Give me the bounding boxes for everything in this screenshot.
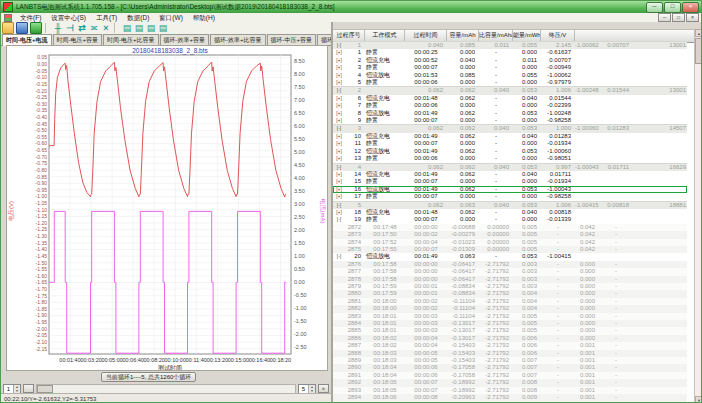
record-row[interactable]: 289400:18:0600:00:08-0.20963-2.717920.00… [333, 394, 687, 401]
mdi-close-icon[interactable]: × [686, 13, 699, 22]
record-row[interactable]: 287400:17:5200:00:04-0.010230.000000.005… [333, 239, 687, 246]
curve-switch-icon[interactable]: ⇄ [77, 23, 87, 33]
process-row[interactable]: [+]16恒流放电00:01:490.062-0.053-1.00043 [333, 186, 687, 193]
record-row[interactable]: 288900:18:0300:00:05-0.15403-2.717920.00… [333, 357, 687, 364]
list-view-icon-1[interactable]: ▤ [122, 23, 132, 33]
process-row[interactable]: [+]17静置00:00:070.000-0.000-0.98258 [333, 193, 687, 200]
process-row[interactable]: [+]7静置00:00:060.000-0.000-0.02399 [333, 102, 687, 109]
curve-marker-icon[interactable]: ⊣ [65, 23, 75, 33]
cycle-summary-row[interactable]: [-]20.0620.0620.0400.0531.006-1.002480.0… [333, 86, 687, 94]
more-cycles-button[interactable]: » [318, 384, 329, 393]
maximize-icon[interactable]: □ [664, 2, 681, 13]
h-scrollbar-thumb[interactable] [37, 385, 53, 393]
process-row[interactable]: [+]18恒流充电00:01:480.062-0.0400.00818 [333, 209, 687, 216]
process-row[interactable]: [+]14恒流充电00:01:490.062-0.0400.01711 [333, 171, 687, 178]
record-row[interactable]: 288200:18:0000:00:02-0.11104-2.717920.00… [333, 305, 687, 312]
record-row[interactable]: 289100:18:0400:00:06-0.17058-2.717920.00… [333, 372, 687, 379]
x-tick-label: 00:16:40 [249, 357, 270, 363]
cycles-spinner[interactable]: ▲▼ [308, 385, 315, 393]
record-row[interactable]: 288000:17:5900:00:01-0.08834-2.717920.00… [333, 290, 687, 297]
process-row[interactable]: [-]19静置00:00:070.000-0.000-0.01339 [333, 216, 687, 223]
process-row[interactable]: [+]5静置00:00:060.000-0.000-0.97979 [333, 79, 687, 86]
document-icon[interactable] [4, 14, 12, 22]
cycle-summary-row[interactable]: [-]50.0620.0630.0400.0531.006-1.004150.0… [333, 201, 687, 209]
left-tick-label: -0.85 [36, 174, 48, 180]
table-cell: [-] [333, 164, 345, 171]
menu-settings-center[interactable]: 设置中心(S) [46, 13, 91, 22]
process-row[interactable]: [+]2恒流充电00:00:520.040-0.0110.00707 [333, 57, 687, 64]
cycle-summary-row[interactable]: [-]10.0400.0850.0110.0552.145-1.000620.0… [333, 41, 687, 49]
tab-time-voltage-specific-capacity[interactable]: 时间-电压+比容量 [103, 34, 159, 45]
cycle-summary-row[interactable]: [-]30.0620.0620.0400.0531.000-1.000600.0… [333, 124, 687, 132]
record-row[interactable]: 287800:17:5800:00:00-0.06417-2.717920.00… [333, 276, 687, 283]
scroll-down-icon[interactable]: ▼ [695, 396, 702, 403]
chart-h-scrollbar[interactable] [36, 384, 296, 394]
list-view-icon-4[interactable]: ▤ [158, 23, 168, 33]
list-view-icon-3[interactable]: ▤ [146, 23, 156, 33]
tab-cycle-efficiency-specific-capacity[interactable]: 循环-效率+比容量 [210, 34, 266, 45]
record-row[interactable]: 289200:18:0500:00:07-0.18992-2.717920.00… [333, 379, 687, 386]
mdi-restore-icon[interactable]: □ [672, 13, 685, 22]
process-row[interactable]: [+]15静置00:00:070.000-0.000-0.01934 [333, 178, 687, 185]
process-row[interactable]: [+]8恒流放电00:01:490.062-0.053-1.00248 [333, 110, 687, 117]
record-row[interactable]: 287200:17:4800:00:00-0.006880.000000.005… [333, 224, 687, 231]
save-file-icon[interactable] [16, 22, 28, 34]
record-row[interactable]: 287900:17:5900:00:01-0.08834-2.717920.00… [333, 283, 687, 290]
process-row[interactable]: [+]12恒流放电00:01:490.062-0.053-1.00060 [333, 148, 687, 155]
record-row[interactable]: 288600:18:0200:00:04-0.13017-2.717920.00… [333, 335, 687, 342]
tab-cycle-efficiency-capacity[interactable]: 循环-效率+容量 [160, 34, 210, 45]
menu-file[interactable]: 文件(F) [15, 13, 46, 22]
table-cell: - [479, 155, 513, 162]
menu-help[interactable]: 帮助(H) [188, 13, 220, 22]
page-number-input[interactable]: 1 ▲▼ [3, 384, 21, 394]
tab-cycle-midvoltage-capacity[interactable]: 循环-中压+容量 [267, 34, 317, 45]
close-icon[interactable]: × [682, 2, 699, 13]
record-row[interactable]: 288700:18:0200:00:04-0.15403-2.717920.00… [333, 342, 687, 349]
process-row[interactable]: [+]9静置00:00:070.000-0.000-0.98258 [333, 117, 687, 124]
record-row[interactable]: 287600:17:5800:00:00-0.06417-2.717920.00… [333, 261, 687, 268]
page-go-button[interactable] [23, 384, 34, 393]
data-export-icon[interactable] [30, 22, 42, 34]
process-row[interactable]: [+]10恒流充电00:01:490.062-0.0400.01283 [333, 133, 687, 140]
menu-data[interactable]: 数据(D) [122, 13, 154, 22]
menu-tools[interactable]: 工具(T) [91, 13, 122, 22]
record-row[interactable]: 287500:17:5500:00:07-0.013090.000000.005… [333, 246, 687, 253]
menu-window[interactable]: 窗口(W) [154, 13, 187, 22]
record-row[interactable]: 287700:17:5800:00:00-0.06417-2.717920.00… [333, 268, 687, 275]
record-row[interactable]: 288300:18:0100:00:03-0.11104-2.717920.00… [333, 313, 687, 320]
table-top-strip [333, 22, 702, 30]
cycle-summary-row[interactable]: [-]40.0620.0620.0400.0530.997-1.000430.0… [333, 163, 687, 171]
page-spinner[interactable]: ▲▼ [13, 385, 20, 393]
table-cell: - [479, 171, 513, 178]
record-row[interactable]: 289300:18:0500:00:07-0.18992-2.717920.00… [333, 387, 687, 394]
record-row[interactable]: 287300:17:5000:00:02-0.002790.000000.005… [333, 231, 687, 238]
process-row[interactable]: [+]6恒流充电00:01:480.062-0.0400.01544 [333, 95, 687, 102]
tab-time-voltage-capacity[interactable]: 时间-电压+容量 [53, 34, 103, 45]
title-bar[interactable]: LANBTS电池测试系统1.1.705.158 - [C:\Users\Admi… [1, 1, 701, 13]
curve-scale-icon[interactable]: ≍ [89, 23, 99, 33]
record-row[interactable]: 288400:18:0100:00:03-0.13017-2.717920.00… [333, 320, 687, 327]
record-row[interactable]: 289000:18:0400:00:06-0.17058-2.717920.00… [333, 364, 687, 371]
record-row[interactable]: 288800:18:0300:00:05-0.15403-2.717920.00… [333, 350, 687, 357]
table-cell: 00:01:48 [405, 95, 447, 102]
table-v-scrollbar[interactable]: ▲ ▼ [694, 29, 702, 403]
curve-channel-icon[interactable]: ╫ [53, 23, 63, 33]
minimize-icon[interactable]: ─ [646, 2, 663, 13]
process-row[interactable]: [+]13静置00:00:060.000-0.000-0.98051 [333, 155, 687, 162]
process-row[interactable]: [+]3静置00:00:070.000-0.000-0.00949 [333, 64, 687, 71]
process-row[interactable]: [+]11静置00:00:070.000-0.000-0.01934 [333, 140, 687, 147]
curve-clear-icon[interactable]: × [101, 23, 111, 33]
v-scrollbar-thumb[interactable] [695, 38, 702, 64]
process-row[interactable]: [-]20恒流放电00:01:490.063-0.053-1.00415 [333, 253, 687, 260]
left-tick-label: -0.25 [36, 94, 48, 100]
current-cycle-button[interactable]: 当前循环1----5, 总共1260个循环 [101, 372, 196, 382]
scroll-up-icon[interactable]: ▲ [695, 29, 702, 37]
process-row[interactable]: [+]1静置00:00:250.000-0.000-0.61637 [333, 49, 687, 56]
record-row[interactable]: 288100:18:0000:00:02-0.11104-2.717920.00… [333, 298, 687, 305]
list-view-icon-2[interactable]: ▤ [134, 23, 144, 33]
mdi-minimize-icon[interactable]: ─ [658, 13, 671, 22]
open-file-icon[interactable] [2, 22, 14, 34]
process-row[interactable]: [+]4恒流放电00:01:530.085-0.055-1.00062 [333, 72, 687, 79]
record-row[interactable]: 288500:18:0100:00:03-0.13017-2.717920.00… [333, 327, 687, 334]
cycles-per-page-input[interactable]: 5 ▲▼ [298, 384, 316, 394]
